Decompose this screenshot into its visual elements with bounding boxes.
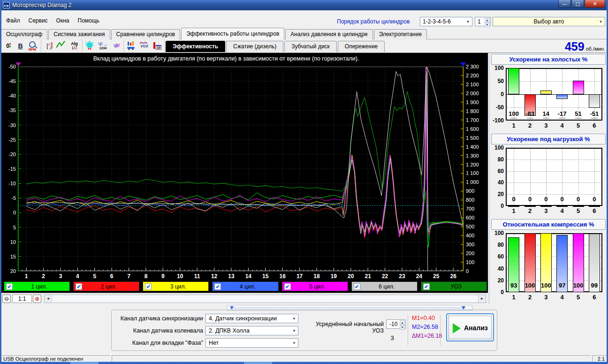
tab-Анализ давления в цилиндре[interactable]: Анализ давления в цилиндре	[285, 29, 372, 39]
checkbox-icon[interactable]: ✔	[354, 283, 360, 290]
bar-10-icon[interactable]: 10	[151, 40, 163, 52]
checkbox-icon[interactable]: ✔	[284, 283, 291, 290]
legend-chip-5 цил.[interactable]: ✔5 цил.	[282, 281, 348, 291]
min-marker-dash	[510, 118, 517, 119]
control-combo-1[interactable]: 4. Датчик синхронизации▼	[205, 314, 298, 323]
left-axis-label: 10	[2, 239, 16, 245]
analyze-button[interactable]: Анализ	[446, 313, 494, 341]
control-combo-2[interactable]: 2. ДПКВ Холла▼	[205, 326, 298, 335]
spinner-arrows[interactable]: ▲▼	[485, 18, 490, 25]
tab-Электропитание[interactable]: Электропитание	[374, 29, 427, 39]
cylinder-number-spinner[interactable]: 1 ▲▼	[475, 17, 491, 26]
subtab-Эффективность[interactable]: Эффективность	[166, 41, 225, 52]
right-limit-marker[interactable]	[460, 62, 466, 67]
y-tick-label: 80	[492, 242, 504, 248]
firing-order-combo[interactable]: 1-2-3-4-5-6 ▼	[420, 17, 472, 26]
right-axis-label: 1 900	[466, 99, 479, 105]
subtab-Опережение[interactable]: Опережение	[338, 41, 385, 52]
sync-robot-icon[interactable]	[84, 40, 96, 52]
trackbar-thumb-right[interactable]	[462, 306, 465, 310]
menu-item-Сервис[interactable]: Сервис	[25, 16, 51, 25]
bar-value-label: 97	[555, 282, 570, 289]
x-axis-label: 26	[447, 273, 459, 280]
bar	[540, 91, 552, 94]
checkbox-icon[interactable]: ✔	[145, 283, 152, 290]
zero-line	[507, 94, 601, 95]
scroll-right-arrow[interactable]: ►	[478, 295, 486, 303]
control-label: Канал датчика коленвала	[102, 327, 203, 334]
menu-item-Окна[interactable]: Окна	[53, 16, 73, 25]
tab-Осциллограф[interactable]: Осциллограф	[1, 29, 47, 39]
measurement-3: ΔM1=26.18	[412, 333, 442, 339]
rpm-scale-icon[interactable]: [10RPM	[43, 40, 55, 52]
main-chart-plot[interactable]	[18, 67, 464, 271]
uoz-wave-icon[interactable]: УОЗ	[138, 40, 150, 52]
algorithm-icon[interactable]: Alg1/2	[68, 40, 80, 52]
legend-chip-3 цил.[interactable]: ✔3 цил.	[143, 281, 209, 291]
taskbar-item[interactable]	[244, 362, 272, 364]
scroll-left-arrow[interactable]: ◄	[45, 295, 52, 303]
windows-taskbar-strip[interactable]	[0, 362, 608, 364]
side-panel-title[interactable]: Относительная компрессия %	[491, 219, 606, 230]
marker-funnel-icon[interactable]: ΨΨ↔	[110, 40, 122, 52]
left-axis-label: -5	[2, 195, 16, 201]
maximize-button[interactable]: ▢	[571, 0, 584, 8]
bar-value-label: 99	[587, 282, 602, 289]
right-axis-label: 2 300	[466, 64, 479, 69]
bold-icon[interactable]: B	[15, 40, 26, 52]
close-button[interactable]: ✕	[585, 0, 605, 8]
minimize-button[interactable]: —	[558, 0, 571, 8]
legend-chip-1 цил.[interactable]: ✔1 цил.	[4, 281, 70, 291]
chevron-down-icon[interactable]: ▼	[465, 19, 471, 25]
legend-chip-2 цил.[interactable]: ✔2 цил.	[73, 281, 139, 291]
x-axis-label: 3	[54, 273, 67, 280]
car-chart-icon[interactable]	[126, 40, 137, 52]
tab-Система зажигания[interactable]: Система зажигания	[48, 29, 110, 39]
zoom-out-button[interactable]: ⊖	[2, 295, 11, 303]
menu-item-Помощь[interactable]: Помощь	[75, 16, 103, 25]
app-window: Мотортестер Diamag 2 — ▢ ✕ ФайлСервисОкн…	[0, 0, 608, 364]
right-axis-label: 600	[466, 215, 474, 220]
tab-Эффективность работы цилиндров[interactable]: Эффективность работы цилиндров	[181, 28, 284, 39]
legend-chip-6 цил.[interactable]: ✔6 цил.	[351, 281, 418, 291]
subtab-Сжатие (дизель)[interactable]: Сжатие (дизель)	[226, 41, 283, 52]
checkbox-icon[interactable]: ✔	[6, 283, 13, 290]
bar-category-label: 4	[557, 122, 567, 129]
checkbox-icon[interactable]: ✔	[76, 283, 82, 290]
spinner-arrows[interactable]: ▲▼	[400, 320, 405, 328]
legend-chip-УОЗ[interactable]: ✔УОЗ	[421, 281, 487, 291]
car-select-combo[interactable]: Выбор авто ▼	[493, 17, 605, 26]
menu-items: ФайлСервисОкнаПомощь	[3, 16, 103, 25]
checkbox-icon[interactable]: ✔	[423, 283, 430, 290]
left-limit-marker[interactable]	[15, 62, 21, 67]
title-bar[interactable]: Мотортестер Diamag 2 — ▢ ✕	[0, 0, 608, 10]
control-combo-3[interactable]: Нет▼	[205, 338, 298, 348]
trackbar-thumb-left[interactable]	[230, 306, 234, 310]
chevron-down-icon[interactable]: ▼	[292, 341, 296, 345]
y-tick-label: -100	[492, 117, 504, 124]
zoom-in-button[interactable]: ⊕	[33, 295, 41, 303]
order-1234-icon[interactable]: Ψ→1234	[97, 40, 109, 52]
chevron-down-icon[interactable]: ▼	[598, 19, 604, 25]
car-select-value: Выбор авто	[533, 18, 564, 25]
status-message: USB Осциллограф не подключен	[1, 355, 111, 362]
legend-chip-label: 5 цил.	[309, 283, 325, 290]
bar-category-label: 5	[574, 294, 583, 301]
zigzag-signal-icon[interactable]	[56, 40, 68, 52]
side-panel-title[interactable]: Ускорение на холостых %	[491, 54, 606, 65]
bar-category-label: 4	[557, 294, 567, 301]
uoz-spinner[interactable]: -10 ▲▼	[386, 319, 406, 329]
taskbar-item[interactable]	[70, 362, 99, 364]
checkbox-icon[interactable]: ✔	[214, 283, 221, 290]
bar-value-label: 100	[506, 110, 521, 117]
chevron-down-icon[interactable]: ▼	[292, 317, 296, 321]
tab-Сравнение цилиндров[interactable]: Сравнение цилиндров	[111, 29, 181, 39]
side-panel-title[interactable]: Ускорение под нагрузкой %	[491, 134, 606, 144]
subtab-Зубчатый диск[interactable]: Зубчатый диск	[284, 41, 337, 52]
menu-item-Файл[interactable]: Файл	[3, 16, 23, 25]
zero-offset-icon[interactable]: 0▲▼	[2, 40, 14, 52]
legend-chip-4 цил.[interactable]: ✔4 цил.	[212, 281, 278, 291]
chevron-down-icon[interactable]: ▼	[292, 329, 296, 333]
rpm-magnifier-icon[interactable]: RPM	[27, 40, 39, 52]
horizontal-scrollbar[interactable]: ◄ ►	[44, 295, 486, 303]
